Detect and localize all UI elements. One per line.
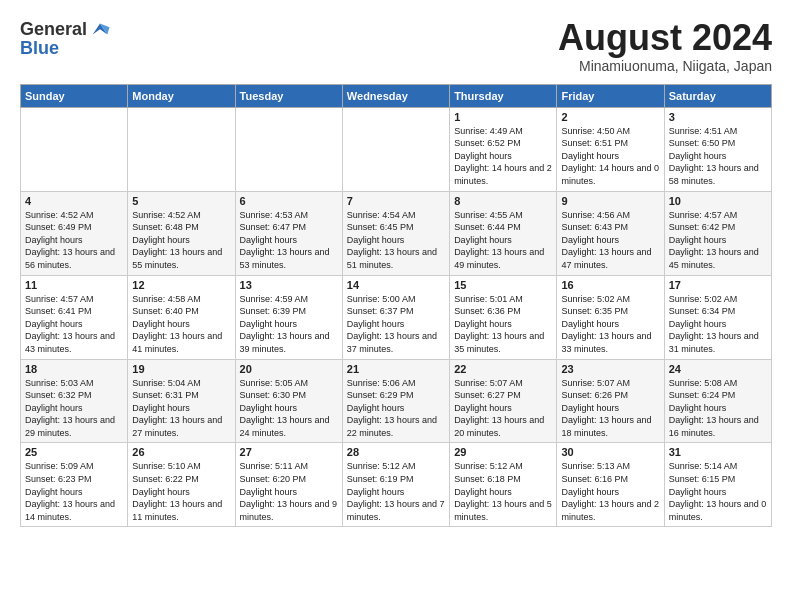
day-cell-2-3: 6 Sunrise: 4:53 AM Sunset: 6:47 PM Dayli… — [235, 191, 342, 275]
day-cell-1-5: 1 Sunrise: 4:49 AM Sunset: 6:52 PM Dayli… — [450, 107, 557, 191]
day-cell-3-6: 16 Sunrise: 5:02 AM Sunset: 6:35 PM Dayl… — [557, 275, 664, 359]
day-info: Sunrise: 5:12 AM Sunset: 6:18 PM Dayligh… — [454, 460, 552, 523]
day-info: Sunrise: 5:00 AM Sunset: 6:37 PM Dayligh… — [347, 293, 445, 356]
day-number: 3 — [669, 111, 767, 123]
day-info: Sunrise: 5:12 AM Sunset: 6:19 PM Dayligh… — [347, 460, 445, 523]
week-row-3: 11 Sunrise: 4:57 AM Sunset: 6:41 PM Dayl… — [21, 275, 772, 359]
day-info: Sunrise: 4:53 AM Sunset: 6:47 PM Dayligh… — [240, 209, 338, 272]
logo: General Blue — [20, 18, 111, 59]
header-tuesday: Tuesday — [235, 84, 342, 107]
day-cell-2-6: 9 Sunrise: 4:56 AM Sunset: 6:43 PM Dayli… — [557, 191, 664, 275]
day-number: 17 — [669, 279, 767, 291]
day-cell-1-4 — [342, 107, 449, 191]
day-number: 11 — [25, 279, 123, 291]
day-cell-2-1: 4 Sunrise: 4:52 AM Sunset: 6:49 PM Dayli… — [21, 191, 128, 275]
day-number: 9 — [561, 195, 659, 207]
day-cell-2-5: 8 Sunrise: 4:55 AM Sunset: 6:44 PM Dayli… — [450, 191, 557, 275]
day-info: Sunrise: 5:05 AM Sunset: 6:30 PM Dayligh… — [240, 377, 338, 440]
day-cell-4-2: 19 Sunrise: 5:04 AM Sunset: 6:31 PM Dayl… — [128, 359, 235, 443]
day-cell-1-3 — [235, 107, 342, 191]
calendar-header-row: Sunday Monday Tuesday Wednesday Thursday… — [21, 84, 772, 107]
day-number: 2 — [561, 111, 659, 123]
day-number: 20 — [240, 363, 338, 375]
day-cell-5-2: 26 Sunrise: 5:10 AM Sunset: 6:22 PM Dayl… — [128, 443, 235, 527]
header-wednesday: Wednesday — [342, 84, 449, 107]
day-cell-1-6: 2 Sunrise: 4:50 AM Sunset: 6:51 PM Dayli… — [557, 107, 664, 191]
day-cell-4-4: 21 Sunrise: 5:06 AM Sunset: 6:29 PM Dayl… — [342, 359, 449, 443]
logo-text: General — [20, 18, 111, 40]
day-info: Sunrise: 4:59 AM Sunset: 6:39 PM Dayligh… — [240, 293, 338, 356]
day-cell-3-1: 11 Sunrise: 4:57 AM Sunset: 6:41 PM Dayl… — [21, 275, 128, 359]
day-cell-4-7: 24 Sunrise: 5:08 AM Sunset: 6:24 PM Dayl… — [664, 359, 771, 443]
day-cell-5-3: 27 Sunrise: 5:11 AM Sunset: 6:20 PM Dayl… — [235, 443, 342, 527]
day-cell-5-6: 30 Sunrise: 5:13 AM Sunset: 6:16 PM Dayl… — [557, 443, 664, 527]
day-info: Sunrise: 4:52 AM Sunset: 6:49 PM Dayligh… — [25, 209, 123, 272]
day-cell-1-2 — [128, 107, 235, 191]
logo-blue: Blue — [20, 38, 59, 59]
day-cell-2-7: 10 Sunrise: 4:57 AM Sunset: 6:42 PM Dayl… — [664, 191, 771, 275]
day-cell-3-7: 17 Sunrise: 5:02 AM Sunset: 6:34 PM Dayl… — [664, 275, 771, 359]
day-number: 24 — [669, 363, 767, 375]
day-cell-5-4: 28 Sunrise: 5:12 AM Sunset: 6:19 PM Dayl… — [342, 443, 449, 527]
page: General Blue August 2024 Minamiuonuma, N… — [0, 0, 792, 537]
day-number: 13 — [240, 279, 338, 291]
day-cell-1-1 — [21, 107, 128, 191]
day-info: Sunrise: 4:49 AM Sunset: 6:52 PM Dayligh… — [454, 125, 552, 188]
day-cell-4-1: 18 Sunrise: 5:03 AM Sunset: 6:32 PM Dayl… — [21, 359, 128, 443]
day-number: 23 — [561, 363, 659, 375]
day-info: Sunrise: 4:58 AM Sunset: 6:40 PM Dayligh… — [132, 293, 230, 356]
day-number: 31 — [669, 446, 767, 458]
day-info: Sunrise: 5:07 AM Sunset: 6:26 PM Dayligh… — [561, 377, 659, 440]
day-info: Sunrise: 5:02 AM Sunset: 6:34 PM Dayligh… — [669, 293, 767, 356]
day-info: Sunrise: 5:07 AM Sunset: 6:27 PM Dayligh… — [454, 377, 552, 440]
day-number: 27 — [240, 446, 338, 458]
day-info: Sunrise: 4:54 AM Sunset: 6:45 PM Dayligh… — [347, 209, 445, 272]
day-info: Sunrise: 5:04 AM Sunset: 6:31 PM Dayligh… — [132, 377, 230, 440]
day-info: Sunrise: 5:13 AM Sunset: 6:16 PM Dayligh… — [561, 460, 659, 523]
day-info: Sunrise: 5:01 AM Sunset: 6:36 PM Dayligh… — [454, 293, 552, 356]
day-number: 30 — [561, 446, 659, 458]
day-number: 28 — [347, 446, 445, 458]
day-number: 18 — [25, 363, 123, 375]
week-row-1: 1 Sunrise: 4:49 AM Sunset: 6:52 PM Dayli… — [21, 107, 772, 191]
day-number: 25 — [25, 446, 123, 458]
day-cell-3-5: 15 Sunrise: 5:01 AM Sunset: 6:36 PM Dayl… — [450, 275, 557, 359]
day-cell-2-2: 5 Sunrise: 4:52 AM Sunset: 6:48 PM Dayli… — [128, 191, 235, 275]
day-number: 15 — [454, 279, 552, 291]
day-number: 10 — [669, 195, 767, 207]
day-number: 22 — [454, 363, 552, 375]
day-info: Sunrise: 4:56 AM Sunset: 6:43 PM Dayligh… — [561, 209, 659, 272]
day-number: 21 — [347, 363, 445, 375]
header-thursday: Thursday — [450, 84, 557, 107]
day-info: Sunrise: 5:06 AM Sunset: 6:29 PM Dayligh… — [347, 377, 445, 440]
day-number: 8 — [454, 195, 552, 207]
day-cell-2-4: 7 Sunrise: 4:54 AM Sunset: 6:45 PM Dayli… — [342, 191, 449, 275]
day-info: Sunrise: 5:11 AM Sunset: 6:20 PM Dayligh… — [240, 460, 338, 523]
day-number: 29 — [454, 446, 552, 458]
header: General Blue August 2024 Minamiuonuma, N… — [20, 18, 772, 74]
day-cell-4-6: 23 Sunrise: 5:07 AM Sunset: 6:26 PM Dayl… — [557, 359, 664, 443]
day-cell-3-4: 14 Sunrise: 5:00 AM Sunset: 6:37 PM Dayl… — [342, 275, 449, 359]
day-number: 5 — [132, 195, 230, 207]
header-saturday: Saturday — [664, 84, 771, 107]
day-cell-1-7: 3 Sunrise: 4:51 AM Sunset: 6:50 PM Dayli… — [664, 107, 771, 191]
week-row-5: 25 Sunrise: 5:09 AM Sunset: 6:23 PM Dayl… — [21, 443, 772, 527]
day-number: 12 — [132, 279, 230, 291]
day-cell-4-3: 20 Sunrise: 5:05 AM Sunset: 6:30 PM Dayl… — [235, 359, 342, 443]
day-info: Sunrise: 4:50 AM Sunset: 6:51 PM Dayligh… — [561, 125, 659, 188]
week-row-4: 18 Sunrise: 5:03 AM Sunset: 6:32 PM Dayl… — [21, 359, 772, 443]
day-cell-4-5: 22 Sunrise: 5:07 AM Sunset: 6:27 PM Dayl… — [450, 359, 557, 443]
day-number: 16 — [561, 279, 659, 291]
day-info: Sunrise: 5:02 AM Sunset: 6:35 PM Dayligh… — [561, 293, 659, 356]
day-number: 14 — [347, 279, 445, 291]
day-info: Sunrise: 5:10 AM Sunset: 6:22 PM Dayligh… — [132, 460, 230, 523]
day-number: 4 — [25, 195, 123, 207]
day-cell-5-1: 25 Sunrise: 5:09 AM Sunset: 6:23 PM Dayl… — [21, 443, 128, 527]
day-info: Sunrise: 5:03 AM Sunset: 6:32 PM Dayligh… — [25, 377, 123, 440]
calendar-subtitle: Minamiuonuma, Niigata, Japan — [558, 58, 772, 74]
day-cell-5-5: 29 Sunrise: 5:12 AM Sunset: 6:18 PM Dayl… — [450, 443, 557, 527]
header-friday: Friday — [557, 84, 664, 107]
calendar-title: August 2024 — [558, 18, 772, 58]
day-cell-3-3: 13 Sunrise: 4:59 AM Sunset: 6:39 PM Dayl… — [235, 275, 342, 359]
header-monday: Monday — [128, 84, 235, 107]
